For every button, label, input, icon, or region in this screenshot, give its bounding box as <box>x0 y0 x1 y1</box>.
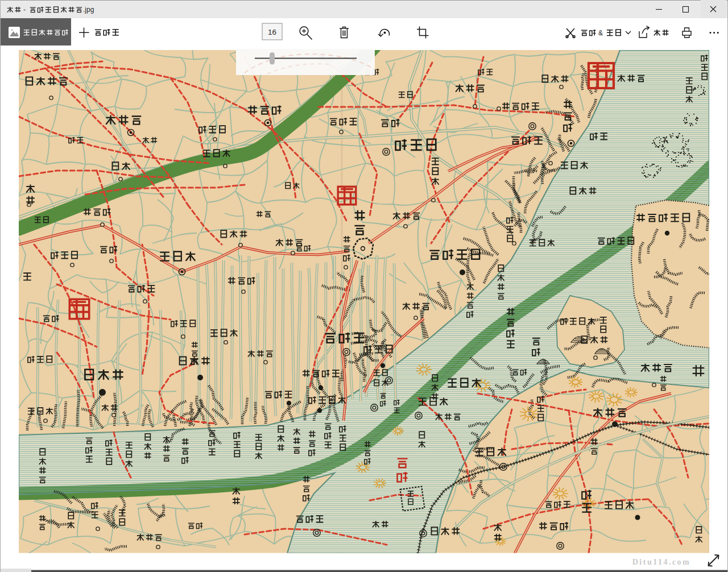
svg-text:&: & <box>598 29 603 37</box>
svg-text:Ditu114.com: Ditu114.com <box>632 558 691 566</box>
svg-text:-: - <box>23 6 26 14</box>
svg-text:.jpg: .jpg <box>83 6 94 14</box>
svg-text:16: 16 <box>268 28 276 36</box>
